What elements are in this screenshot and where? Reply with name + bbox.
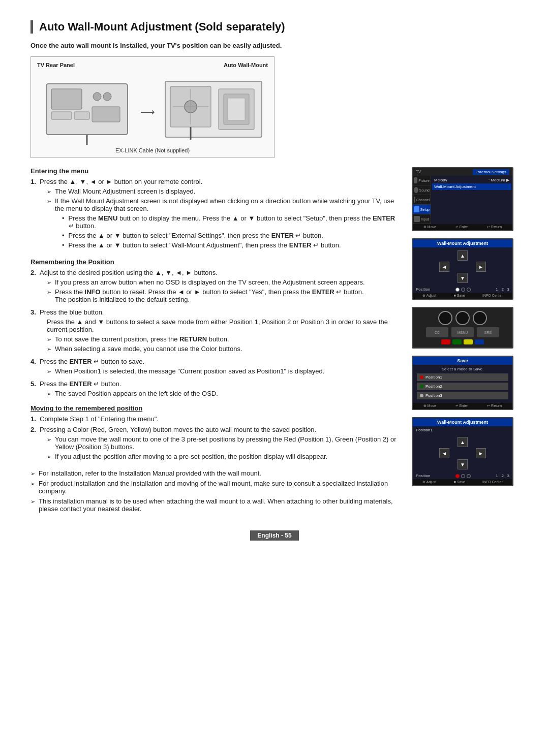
list-item: If you adjust the position after moving … (47, 453, 402, 460)
list-item: Press the MENU butt on to display the me… (62, 214, 402, 230)
external-settings-panel: TV External Settings Picture Sound (412, 167, 513, 231)
list-item: Press the ▲ or ▼ button to select "Exter… (62, 232, 402, 239)
position1-option[interactable]: Position1 (417, 373, 508, 381)
page-footer: English - 55 (30, 530, 518, 541)
diagram-labels: TV Rear Panel Auto Wall-Mount (37, 62, 268, 68)
wma-arrows: ▲ ◄ ► ▼ (413, 247, 512, 286)
entering-menu-list: 1. Press the ▲, ▼, ◄ or ► button on your… (30, 178, 402, 253)
list-item: The Wall Mount Adjustment screen is disp… (47, 187, 402, 195)
right-column: TV External Settings Picture Sound (412, 167, 518, 515)
list-item: Press the ▲ or ▼ button to select "Wall-… (62, 241, 402, 249)
page-title: Auto Wall-Mount Adjustment (Sold separat… (30, 20, 518, 34)
save-subtitle: Select a mode to Save. (417, 367, 508, 371)
position3-option[interactable]: Position3 (417, 392, 508, 399)
remote-circle-2 (455, 311, 470, 325)
connector-arrow: ⟶ (140, 106, 155, 118)
list-item: To not save the current position, press … (47, 335, 402, 343)
wma-header-2: Wall-Mount Adjustment (413, 418, 512, 426)
wall-mount-svg (163, 79, 264, 145)
intro-text: Once the auto wall mount is installed, y… (30, 42, 518, 49)
svg-rect-1 (51, 89, 82, 109)
wma-footer: ⊕ Adjust ■ Save INFO Center (413, 293, 512, 299)
green-button[interactable] (452, 339, 462, 344)
list-item: 1. Press the ▲, ▼, ◄ or ► button on your… (30, 178, 402, 253)
up-arrow-btn-2[interactable]: ▲ (458, 437, 468, 447)
list-item: If you press an arrow button when no OSD… (47, 278, 365, 286)
sidebar-item: Channel (413, 195, 431, 205)
wma-header: Wall-Mount Adjustment (413, 239, 512, 247)
tv-rear-label: TV Rear Panel (37, 62, 75, 68)
svg-rect-15 (228, 98, 245, 120)
remembering-position-list: 2. Adjust to the desired position using … (30, 269, 402, 399)
list-item: Press the INFO button to reset. Press th… (47, 288, 365, 303)
tv-rear-svg (41, 79, 133, 145)
entering-menu-title: Entering the menu (30, 167, 402, 175)
diagram-images: ⟶ (37, 71, 268, 152)
remembering-position-title: Remembering the Position (30, 258, 402, 266)
blue-button[interactable] (475, 339, 484, 344)
wma-arrows-2: ▲ ◄ ► ▼ (413, 434, 512, 472)
wma-footer-2: ⊕ Adjust ■ Save INFO Center (413, 479, 512, 485)
position1-label: Position1 (413, 426, 512, 434)
left-column: Entering the menu 1. Press the ▲, ▼, ◄ o… (30, 167, 402, 515)
list-item: When Position1 is selected, the message … (47, 367, 324, 375)
yellow-button[interactable] (464, 339, 473, 344)
save-panel: Save Select a mode to Save. Position1 Po… (412, 356, 513, 410)
svg-rect-3 (74, 112, 89, 119)
wall-mount-adj-panel-2: Wall-Mount Adjustment Position1 ▲ ◄ ► ▼ … (412, 417, 513, 486)
list-item: Press the ▲ and ▼ buttons to select a sa… (47, 318, 402, 333)
svg-rect-6 (92, 107, 120, 122)
list-item: The saved Position appears on the left s… (47, 390, 218, 397)
bottom-notes: For installation, refer to the Installat… (30, 469, 402, 513)
position2-option[interactable]: Position2 (417, 383, 508, 390)
wall-mount-label: Auto Wall-Mount (224, 62, 268, 68)
list-item: 4. Press the ENTER ↵ button to save. Whe… (30, 358, 402, 377)
left-arrow-btn-2[interactable]: ◄ (439, 448, 449, 458)
sidebar-item-active: Setup (413, 205, 431, 214)
red-button[interactable] (441, 339, 450, 344)
note-item: For product installation and the install… (30, 480, 402, 495)
main-layout: Entering the menu 1. Press the ▲, ▼, ◄ o… (30, 167, 518, 515)
svg-point-4 (93, 92, 101, 101)
list-item: 5. Press the ENTER ↵ button. The saved P… (30, 380, 402, 399)
right-arrow-btn-2[interactable]: ► (476, 448, 486, 458)
svg-point-5 (103, 92, 111, 101)
moving-position-title: Moving to the remembered position (30, 404, 402, 412)
note-item: This installation manual is to be used w… (30, 497, 402, 513)
wma-middle-row: ◄ ► (439, 262, 486, 272)
panel-footer: ⊕ Move ↵ Enter ↩ Return (413, 224, 512, 230)
list-item: If the Wall Mount Adjustment screen is n… (47, 197, 402, 251)
sidebar-item: Picture (413, 176, 431, 185)
list-item: 2. Pressing a Color (Red, Green, Yellow)… (30, 426, 402, 462)
left-arrow-btn[interactable]: ◄ (439, 262, 449, 272)
right-arrow-btn[interactable]: ► (476, 262, 486, 272)
sidebar-item: Sound (413, 185, 431, 195)
moving-position-list: 1. Complete Step 1 of "Entering the menu… (30, 415, 402, 462)
remote-panel: CC MENU SRS (412, 307, 513, 349)
srs-button[interactable]: SRS (477, 327, 499, 337)
list-item: 3. Press the blue button. Press the ▲ an… (30, 308, 402, 355)
external-settings-header: External Settings (473, 169, 509, 175)
diagram-box: TV Rear Panel Auto Wall-Mount ⟶ (30, 56, 274, 158)
wma-middle-row-2: ◄ ► (439, 448, 486, 458)
svg-rect-2 (51, 112, 72, 119)
down-arrow-btn-2[interactable]: ▼ (458, 459, 468, 469)
list-item: You can move the wall mount to one of th… (47, 435, 402, 451)
sidebar-item: Input (413, 214, 431, 224)
cable-label: EX-LINK Cable (Not supplied) (115, 147, 190, 153)
page-number: English - 55 (250, 530, 298, 541)
list-item: 1. Complete Step 1 of "Entering the menu… (30, 415, 402, 423)
note-item: For installation, refer to the Installat… (30, 469, 402, 477)
save-header: Save (413, 357, 512, 365)
down-arrow-btn[interactable]: ▼ (458, 273, 468, 283)
wall-mount-adj-panel-1: Wall-Mount Adjustment ▲ ◄ ► ▼ Position 1… (412, 238, 513, 300)
list-item: 2. Adjust to the desired position using … (30, 269, 402, 305)
remote-circle-1 (438, 311, 452, 325)
up-arrow-btn[interactable]: ▲ (458, 250, 468, 261)
wma-positions: Position 1 2 3 (413, 286, 512, 293)
menu-button[interactable]: MENU (451, 327, 474, 337)
wma-positions-2: Position 1 2 3 (413, 472, 512, 479)
cc-button[interactable]: CC (426, 327, 448, 337)
remote-circle-3 (473, 311, 487, 325)
save-footer: ⊕ Move ↵ Enter ↩ Return (413, 403, 512, 409)
